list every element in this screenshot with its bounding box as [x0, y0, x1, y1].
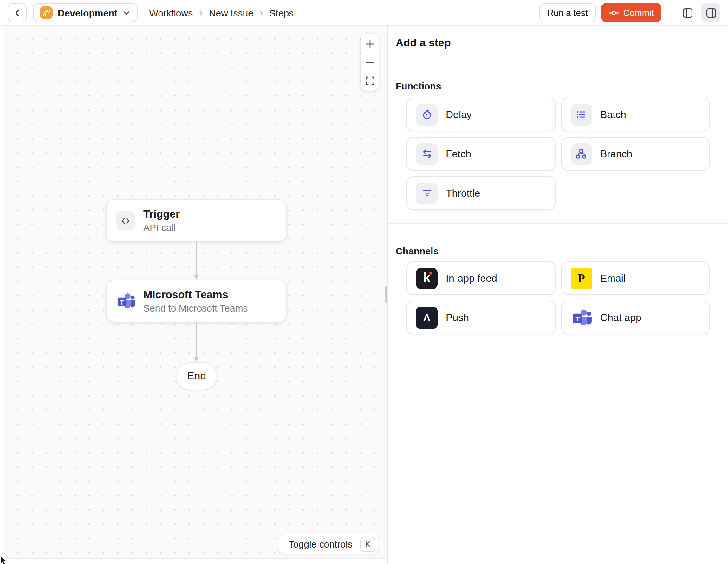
- channels-heading: Channels: [396, 245, 720, 256]
- step-option-label: Batch: [600, 109, 626, 120]
- toolbar-divider: [670, 6, 670, 20]
- fit-view-icon: [365, 76, 374, 85]
- push-letter: Λ: [423, 313, 430, 323]
- step-option-label: Throttle: [446, 187, 480, 199]
- functions-grid: Delay Batch Fetch: [406, 98, 710, 210]
- step-option-branch[interactable]: Branch: [561, 137, 710, 171]
- timer-icon: [416, 104, 438, 125]
- step-option-email[interactable]: P Email: [561, 261, 710, 295]
- swap-arrows-icon: [416, 143, 438, 165]
- canvas-zoom-controls: [361, 34, 379, 91]
- breadcrumb-separator-icon: ›: [199, 8, 203, 18]
- workflow-canvas[interactable]: Trigger API call Microsoft Teams Send to…: [4, 26, 387, 559]
- panel-left-icon: [682, 7, 693, 18]
- end-node[interactable]: End: [176, 362, 218, 390]
- code-icon: [116, 211, 135, 230]
- breadcrumb: Workflows › New Issue › Steps: [149, 7, 294, 18]
- step-option-label: Fetch: [446, 148, 471, 159]
- list-icon: [570, 104, 592, 125]
- filter-lines-icon: [416, 182, 438, 204]
- step-option-chat-app[interactable]: Chat app: [561, 301, 710, 334]
- connector-arrow: [193, 323, 200, 362]
- fit-view-button[interactable]: [365, 75, 375, 86]
- microsoft-teams-icon: [570, 307, 592, 328]
- breadcrumb-separator-icon: ›: [260, 8, 263, 18]
- chevron-left-icon: [12, 8, 22, 17]
- toggle-controls-label: Toggle controls: [289, 539, 353, 549]
- channels-grid: k In-app feed P Email Λ Push: [406, 261, 710, 334]
- trigger-node-title: Trigger: [143, 207, 180, 221]
- toggle-left-panel-button[interactable]: [679, 4, 696, 22]
- step-option-throttle[interactable]: Throttle: [406, 176, 555, 210]
- chevron-down-icon: [122, 9, 131, 17]
- panel-title: Add a step: [388, 26, 728, 60]
- microsoft-teams-icon: [116, 292, 135, 311]
- add-step-panel: Add a step Functions Delay Batch: [387, 26, 728, 564]
- step-option-batch[interactable]: Batch: [561, 98, 710, 131]
- commit-label: Commit: [623, 8, 654, 18]
- org-chart-icon: [570, 143, 592, 165]
- step-option-in-app-feed[interactable]: k In-app feed: [406, 261, 555, 295]
- teams-node-subtitle: Send to Microsoft Teams: [143, 302, 248, 315]
- minus-icon: [365, 57, 374, 67]
- workflow-editor-window: Development Workflows › New Issue › Step…: [0, 0, 728, 564]
- environment-label: Development: [58, 7, 117, 18]
- knock-icon: k: [416, 267, 438, 289]
- plus-icon: [365, 39, 374, 49]
- step-option-push[interactable]: Λ Push: [406, 301, 555, 334]
- breadcrumb-new-issue[interactable]: New Issue: [209, 7, 253, 18]
- toggle-right-panel-button[interactable]: [701, 3, 720, 22]
- breadcrumb-workflows[interactable]: Workflows: [149, 7, 193, 18]
- toggle-controls-button[interactable]: Toggle controls K: [278, 534, 379, 554]
- top-bar-actions: Run a test Commit: [539, 3, 720, 22]
- trigger-node[interactable]: Trigger API call: [106, 199, 287, 242]
- panel-resize-handle[interactable]: [385, 286, 387, 303]
- postmark-letter: P: [577, 271, 585, 285]
- zoom-out-button[interactable]: [365, 57, 375, 67]
- step-option-label: Branch: [600, 148, 632, 159]
- trigger-node-subtitle: API call: [143, 221, 180, 234]
- panel-right-icon: [705, 7, 716, 18]
- step-option-label: Delay: [446, 109, 472, 120]
- functions-heading: Functions: [396, 81, 720, 91]
- step-option-label: Chat app: [600, 312, 641, 323]
- step-option-label: Push: [446, 312, 469, 323]
- git-commit-icon: [609, 9, 619, 16]
- back-button[interactable]: [8, 3, 27, 22]
- connector-arrow: [193, 242, 200, 280]
- zoom-in-button[interactable]: [365, 39, 375, 49]
- section-divider: [388, 223, 728, 224]
- step-option-label: Email: [600, 272, 626, 284]
- push-caret-icon: Λ: [416, 307, 438, 328]
- step-option-label: In-app feed: [446, 272, 497, 284]
- top-bar: Development Workflows › New Issue › Step…: [0, 0, 728, 26]
- postmark-icon: P: [570, 267, 592, 289]
- run-a-test-button[interactable]: Run a test: [539, 3, 596, 22]
- breadcrumb-steps: Steps: [270, 7, 294, 18]
- microsoft-teams-node[interactable]: Microsoft Teams Send to Microsoft Teams: [106, 280, 287, 322]
- commit-button[interactable]: Commit: [601, 3, 661, 22]
- step-option-fetch[interactable]: Fetch: [406, 137, 555, 171]
- environment-selector[interactable]: Development: [33, 3, 138, 22]
- keyboard-shortcut-badge: K: [360, 536, 375, 552]
- teams-node-title: Microsoft Teams: [143, 288, 248, 302]
- step-option-delay[interactable]: Delay: [406, 98, 555, 131]
- knock-dot: [429, 271, 432, 274]
- git-branch-icon: [40, 6, 53, 19]
